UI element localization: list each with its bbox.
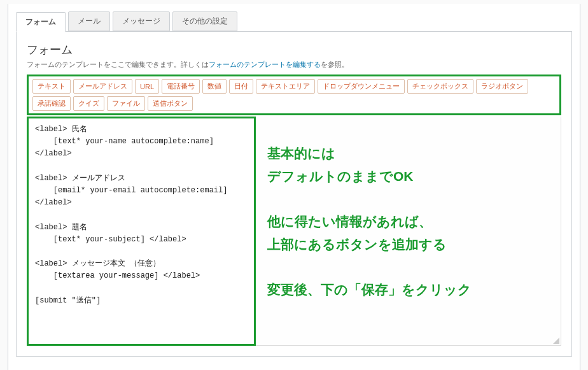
desc-pre: フォームのテンプレートをここで編集できます。詳しくは [27,60,209,68]
tag-checkbox-button[interactable]: チェックボックス [407,79,473,94]
desc-post: を参照。 [321,60,349,68]
annotation-line-1: 基本的には [267,142,549,165]
tag-quiz-button[interactable]: クイズ [73,96,104,111]
tab-form[interactable]: フォーム [16,12,66,32]
annotation-line-5: 変更後、下の「保存」をクリック [267,278,549,301]
tag-textarea-button[interactable]: テキストエリア [256,79,315,94]
annotation-line-2: デフォルトのままでOK [267,165,549,188]
tabs-bar: フォーム メール メッセージ その他の設定 [8,4,580,31]
editor-area: <label> 氏名 [text* your-name autocomplete… [27,117,561,346]
tab-messages[interactable]: メッセージ [113,11,170,31]
form-template-content[interactable]: <label> 氏名 [text* your-name autocomplete… [29,118,254,312]
tag-number-button[interactable]: 数値 [202,79,227,94]
annotation-line-3: 他に得たい情報があれば、 [267,210,549,233]
tag-text-button[interactable]: テキスト [32,79,71,94]
tag-buttons-row: テキスト メールアドレス URL 電話番号 数値 日付 テキストエリア ドロップ… [32,79,556,111]
tag-dropdown-button[interactable]: ドロップダウンメニュー [318,79,405,94]
tag-date-button[interactable]: 日付 [229,79,253,94]
tab-additional-settings[interactable]: その他の設定 [172,11,237,31]
tag-acceptance-button[interactable]: 承諾確認 [32,96,71,111]
tag-tel-button[interactable]: 電話番号 [162,79,200,94]
tag-radio-button[interactable]: ラジオボタン [476,79,528,94]
form-template-highlight: <label> 氏名 [text* your-name autocomplete… [27,117,256,346]
section-description: フォームのテンプレートをここで編集できます。詳しくはフォームのテンプレートを編集… [27,60,561,69]
tag-buttons-highlight: テキスト メールアドレス URL 電話番号 数値 日付 テキストエリア ドロップ… [27,75,561,115]
section-title: フォーム [27,42,561,57]
resize-handle-icon[interactable] [552,336,559,344]
annotation-overlay: 基本的には デフォルトのままでOK 他に得たい情報があれば、 上部にあるボタンを… [267,142,549,301]
desc-link[interactable]: フォームのテンプレートを編集する [209,60,321,68]
settings-container: フォーム メール メッセージ その他の設定 フォーム フォームのテンプレートをこ… [8,4,580,370]
annotation-line-4: 上部にあるボタンを追加する [267,233,549,256]
tab-mail[interactable]: メール [68,11,110,31]
tag-submit-button[interactable]: 送信ボタン [148,96,193,111]
tag-url-button[interactable]: URL [135,79,159,94]
tag-email-button[interactable]: メールアドレス [73,79,132,94]
tag-file-button[interactable]: ファイル [107,96,145,111]
form-panel: フォーム フォームのテンプレートをここで編集できます。詳しくはフォームのテンプレ… [16,31,572,357]
